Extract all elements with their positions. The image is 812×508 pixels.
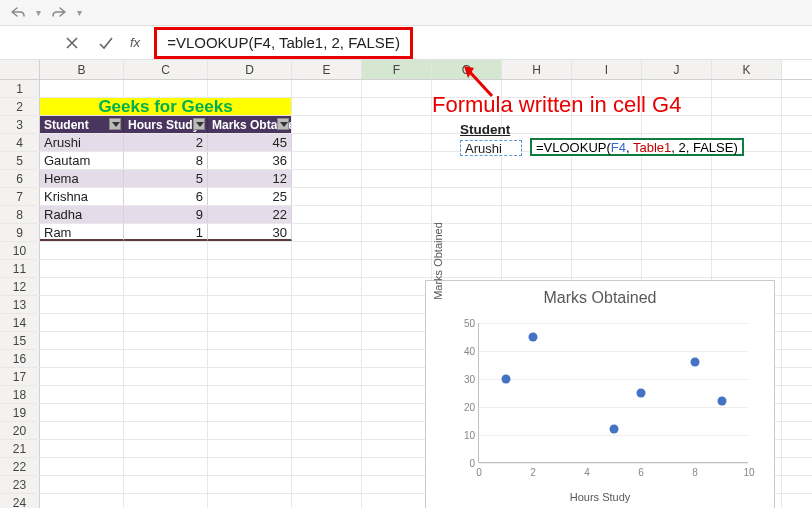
select-all-corner[interactable] (0, 60, 40, 79)
cell[interactable] (124, 350, 208, 367)
cell[interactable] (642, 260, 712, 277)
cell[interactable] (292, 494, 362, 508)
cell[interactable] (292, 458, 362, 475)
cell[interactable] (572, 116, 642, 133)
table-cell[interactable]: 2 (124, 134, 208, 151)
table-cell[interactable]: Hema (40, 170, 124, 187)
cell[interactable] (208, 368, 292, 385)
undo-button[interactable] (10, 6, 26, 20)
cell[interactable] (362, 98, 432, 115)
cell[interactable] (712, 206, 782, 223)
enter-icon[interactable] (96, 36, 116, 50)
cell[interactable] (572, 170, 642, 187)
cell[interactable] (40, 314, 124, 331)
cell[interactable] (502, 224, 572, 241)
cell[interactable] (362, 458, 432, 475)
cell[interactable] (292, 188, 362, 205)
table-cell[interactable]: 12 (208, 170, 292, 187)
cell[interactable] (208, 314, 292, 331)
cell[interactable] (572, 188, 642, 205)
cell[interactable] (40, 458, 124, 475)
cell[interactable] (124, 440, 208, 457)
cell[interactable] (362, 134, 432, 151)
table-cell[interactable]: 30 (208, 224, 292, 241)
row-header[interactable]: 4 (0, 134, 40, 151)
cell[interactable] (292, 350, 362, 367)
table-header-hours[interactable]: Hours Study (124, 116, 208, 133)
cell[interactable] (712, 224, 782, 241)
cell[interactable] (362, 332, 432, 349)
cell[interactable] (208, 440, 292, 457)
column-header[interactable]: I (572, 60, 642, 79)
cell[interactable] (362, 188, 432, 205)
filter-dropdown-icon[interactable] (277, 118, 289, 130)
cell[interactable] (642, 224, 712, 241)
cell[interactable] (40, 440, 124, 457)
cell[interactable] (124, 314, 208, 331)
cell[interactable] (292, 368, 362, 385)
row-header[interactable]: 14 (0, 314, 40, 331)
cell[interactable] (124, 458, 208, 475)
cell[interactable] (292, 332, 362, 349)
column-header[interactable]: J (642, 60, 712, 79)
row-header[interactable]: 5 (0, 152, 40, 169)
cell[interactable] (124, 404, 208, 421)
cell[interactable] (362, 422, 432, 439)
cell[interactable] (712, 170, 782, 187)
cell[interactable] (362, 440, 432, 457)
cell[interactable] (124, 494, 208, 508)
column-header[interactable]: D (208, 60, 292, 79)
cell[interactable] (362, 242, 432, 259)
cell[interactable] (292, 98, 362, 115)
cell[interactable] (572, 206, 642, 223)
insert-function-button[interactable]: fx (130, 35, 140, 50)
cell[interactable] (292, 476, 362, 493)
row-header[interactable]: 24 (0, 494, 40, 508)
cell[interactable] (208, 332, 292, 349)
cell[interactable] (208, 80, 292, 97)
cell[interactable] (362, 170, 432, 187)
cell[interactable] (292, 80, 362, 97)
cell[interactable] (502, 242, 572, 259)
cell[interactable] (208, 422, 292, 439)
column-header[interactable]: K (712, 60, 782, 79)
row-header[interactable]: 10 (0, 242, 40, 259)
table-cell[interactable]: 9 (124, 206, 208, 223)
row-header[interactable]: 12 (0, 278, 40, 295)
cell[interactable] (124, 368, 208, 385)
cell[interactable] (292, 116, 362, 133)
row-header[interactable]: 8 (0, 206, 40, 223)
cell[interactable] (208, 296, 292, 313)
cell[interactable] (40, 422, 124, 439)
qat-customize-icon[interactable]: ▾ (77, 7, 82, 18)
cell[interactable] (362, 152, 432, 169)
row-header[interactable]: 2 (0, 98, 40, 115)
cell[interactable] (432, 170, 502, 187)
cell[interactable] (362, 116, 432, 133)
cell[interactable] (292, 440, 362, 457)
cell[interactable] (292, 134, 362, 151)
cell[interactable] (292, 386, 362, 403)
cell[interactable] (292, 404, 362, 421)
cell[interactable] (124, 296, 208, 313)
cell[interactable] (292, 314, 362, 331)
table-cell[interactable]: 45 (208, 134, 292, 151)
cell[interactable] (362, 296, 432, 313)
cell[interactable] (712, 98, 782, 115)
cell[interactable] (124, 260, 208, 277)
cell[interactable] (292, 170, 362, 187)
table-cell[interactable]: 25 (208, 188, 292, 205)
column-header[interactable]: F (362, 60, 432, 79)
row-header[interactable]: 11 (0, 260, 40, 277)
cell[interactable] (40, 332, 124, 349)
table-cell[interactable]: Arushi (40, 134, 124, 151)
row-header[interactable]: 20 (0, 422, 40, 439)
row-header[interactable]: 3 (0, 116, 40, 133)
row-header[interactable]: 6 (0, 170, 40, 187)
row-header[interactable]: 21 (0, 440, 40, 457)
cell-g4-editing[interactable]: =VLOOKUP(F4, Table1, 2, FALSE) (530, 138, 744, 156)
cell[interactable] (124, 80, 208, 97)
filter-dropdown-icon[interactable] (109, 118, 121, 130)
column-header[interactable]: E (292, 60, 362, 79)
cell[interactable] (712, 242, 782, 259)
